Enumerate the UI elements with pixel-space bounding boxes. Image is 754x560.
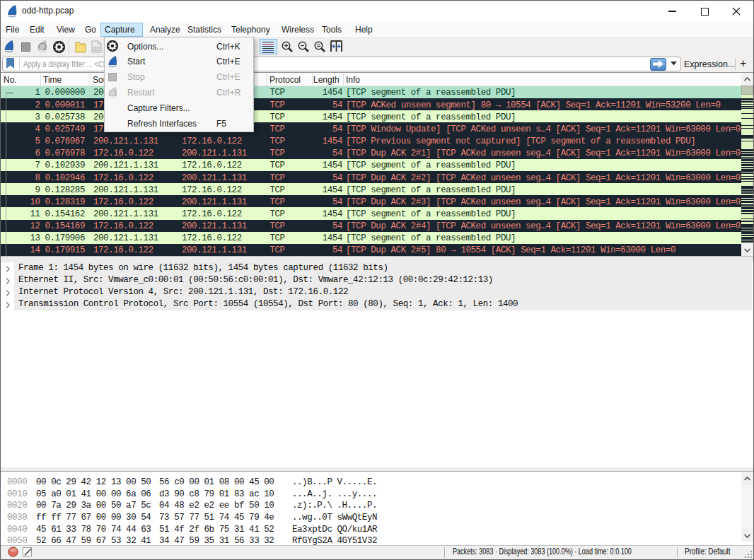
- svg-text:010: 010: [93, 47, 100, 52]
